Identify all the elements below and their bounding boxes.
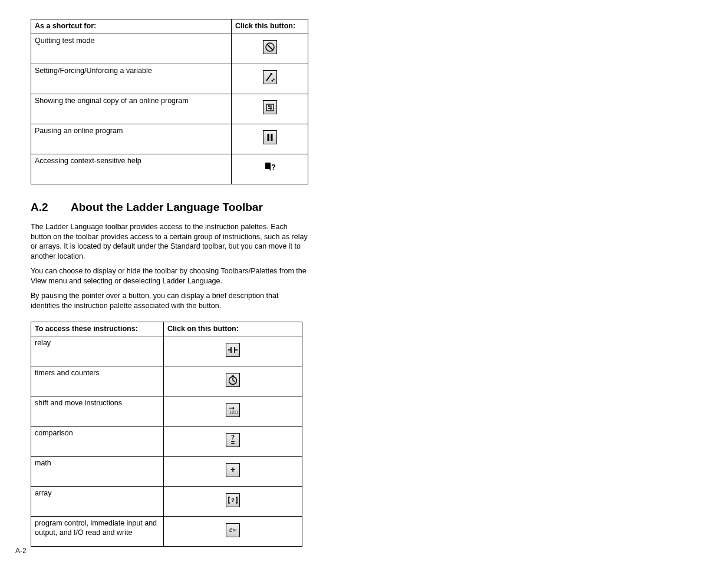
compare-icon[interactable]: ?= — [226, 433, 240, 447]
svg-text:1011: 1011 — [229, 410, 239, 415]
force-var-icon[interactable] — [263, 70, 277, 84]
shortcut-label: Showing the original copy of an online p… — [31, 94, 232, 124]
shortcut-button-cell — [232, 34, 308, 64]
section-number: A.2 — [31, 201, 71, 214]
table-row: relay — [31, 336, 302, 366]
instruction-label: array — [31, 487, 164, 517]
instruction-table-header-button: Click on this button: — [164, 322, 302, 336]
shortcut-table-header-button: Click this button: — [232, 19, 308, 34]
page: As a shortcut for: Click this button: Qu… — [0, 0, 728, 562]
instruction-button-cell: ?= — [164, 427, 302, 457]
table-row: shift and move instructions 1011 — [31, 396, 302, 427]
table-row: array ? — [31, 487, 302, 517]
math-icon[interactable]: + — [226, 463, 240, 477]
shortcut-label: Pausing an online program — [31, 124, 232, 154]
instruction-table-header-access: To access these instructions: — [31, 322, 164, 336]
page-number: A-2 — [15, 547, 27, 555]
paragraph: The Ladder Language toolbar provides acc… — [31, 222, 308, 262]
shortcut-button-cell — [232, 64, 308, 94]
svg-point-2 — [271, 80, 273, 82]
instruction-label: relay — [31, 336, 164, 366]
paragraph: You can choose to display or hide the to… — [31, 266, 308, 286]
section-title: About the Ladder Language Toolbar — [71, 201, 263, 213]
shortcut-button-cell — [232, 124, 308, 154]
instruction-button-cell: 1011 — [164, 396, 302, 427]
svg-point-3 — [273, 79, 274, 80]
svg-line-14 — [233, 381, 235, 382]
shortcut-table-header-action: As a shortcut for: — [31, 19, 232, 34]
table-row: timers and counters — [31, 366, 302, 396]
table-row: Pausing an online program — [31, 124, 308, 154]
instruction-button-cell: + — [164, 457, 302, 487]
quit-test-icon[interactable] — [263, 40, 277, 54]
table-row: comparison ?= — [31, 427, 302, 457]
table-row: program control, immediate input and out… — [31, 517, 302, 547]
instruction-label: timers and counters — [31, 366, 164, 396]
svg-text:?: ? — [271, 163, 276, 171]
timer-icon[interactable] — [226, 373, 240, 387]
shift-move-icon[interactable]: 1011 — [226, 403, 240, 417]
svg-rect-5 — [267, 134, 269, 141]
svg-rect-6 — [271, 134, 272, 141]
table-row: Setting/Forcing/Unforcing a variable — [31, 64, 308, 94]
instruction-label: math — [31, 457, 164, 487]
instruction-label: program control, immediate input and out… — [31, 517, 164, 547]
instruction-button-cell: ? — [164, 487, 302, 517]
shortcut-label: Accessing context-sensitive help — [31, 154, 232, 184]
pause-icon[interactable] — [263, 130, 277, 144]
instruction-label: comparison — [31, 427, 164, 457]
svg-text:?: ? — [231, 497, 235, 503]
svg-rect-4 — [266, 104, 274, 111]
shortcut-button-cell — [232, 94, 308, 124]
program-control-icon[interactable]: etc — [226, 523, 240, 537]
table-row: Showing the original copy of an online p… — [31, 94, 308, 124]
table-row: Quitting test mode — [31, 34, 308, 64]
paragraph: By pausing the pointer over a button, yo… — [31, 291, 308, 311]
instruction-table: To access these instructions: Click on t… — [31, 322, 302, 547]
svg-line-1 — [267, 44, 273, 50]
help-icon[interactable]: ? — [263, 161, 276, 174]
shortcut-label: Quitting test mode — [31, 34, 232, 64]
shortcut-button-cell: ? — [232, 154, 308, 184]
instruction-button-cell — [164, 366, 302, 396]
math-glyph: + — [226, 464, 239, 477]
table-row: math + — [31, 457, 302, 487]
array-icon[interactable]: ? — [226, 493, 240, 507]
shortcut-label: Setting/Forcing/Unforcing a variable — [31, 64, 232, 94]
program-control-glyph: etc — [226, 524, 239, 537]
compare-glyph: ?= — [226, 434, 239, 447]
instruction-label: shift and move instructions — [31, 396, 164, 427]
shortcut-table: As a shortcut for: Click this button: Qu… — [31, 19, 308, 184]
table-row: Accessing context-sensitive help ? — [31, 154, 308, 184]
instruction-button-cell — [164, 336, 302, 366]
section-heading: A.2About the Ladder Language Toolbar — [31, 201, 697, 214]
instruction-button-cell: etc — [164, 517, 302, 547]
original-copy-icon[interactable] — [263, 100, 277, 114]
relay-icon[interactable] — [226, 343, 240, 357]
